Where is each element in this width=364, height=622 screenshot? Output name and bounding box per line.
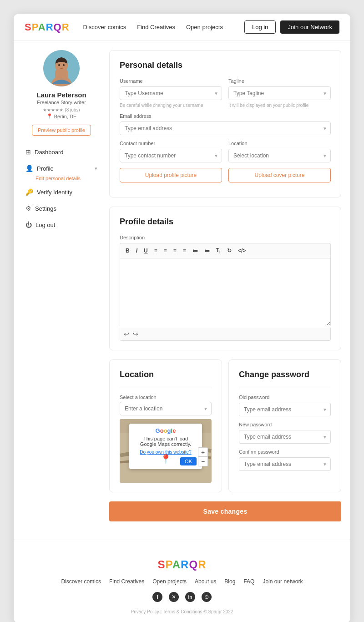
sidebar-item-settings[interactable]: ⚙ Settings: [23, 201, 100, 216]
italic-button[interactable]: I: [134, 246, 139, 255]
tagline-group: Tagline ▼ It will be displayed on your p…: [228, 78, 331, 108]
underline-button[interactable]: U: [142, 246, 150, 255]
sidebar-item-label: Verify Identity: [37, 189, 72, 196]
location-pin-icon: 📍: [46, 113, 53, 119]
old-password-input[interactable]: [239, 403, 331, 416]
footer-nav-join[interactable]: Join our network: [263, 578, 303, 585]
map-zoom-in-button[interactable]: +: [198, 448, 207, 457]
new-password-group: New password ▼: [239, 422, 331, 444]
sidebar-item-label: Profile: [37, 165, 54, 172]
align-left-button[interactable]: ≡: [152, 246, 159, 255]
tagline-hint: It will be displayed on your public prof…: [228, 103, 331, 108]
location-title: Location: [120, 370, 212, 379]
upload-profile-button[interactable]: Upload profile picture: [120, 168, 222, 182]
align-justify-button[interactable]: ≡: [181, 246, 188, 255]
email-group: Email address ▼: [120, 113, 331, 135]
location-label: Location: [228, 141, 331, 146]
tagline-label: Tagline: [228, 78, 331, 84]
undo-button[interactable]: ↩: [124, 330, 129, 338]
save-changes-button[interactable]: Save changes: [109, 501, 341, 521]
sidebar-item-label: Log out: [35, 222, 55, 228]
login-button[interactable]: Log in: [244, 20, 276, 34]
lower-section: Location Select a location ▼: [109, 359, 341, 492]
confirm-password-group: Confirm password ▼: [239, 449, 331, 471]
footer-nav-open[interactable]: Open projects: [152, 578, 187, 585]
special-char-button[interactable]: ↻: [225, 246, 233, 255]
description-label: Description: [120, 235, 331, 240]
text-size-button[interactable]: Ti: [214, 246, 222, 255]
svg-point-5: [58, 64, 60, 66]
google-logo: Google: [135, 427, 197, 434]
list-ordered-button[interactable]: ≔: [191, 246, 200, 255]
redo-button[interactable]: ↪: [133, 330, 138, 338]
footer-nav-find[interactable]: Find Creatives: [109, 578, 144, 585]
profile-details-title: Profile details: [120, 217, 331, 227]
location-group: Location ▼: [228, 141, 331, 162]
contact-input[interactable]: [120, 149, 222, 162]
join-button[interactable]: Join our Network: [280, 20, 339, 34]
avatar-image: [43, 50, 80, 86]
align-center-button[interactable]: ≡: [162, 246, 169, 255]
github-icon[interactable]: ⊙: [202, 592, 212, 602]
username-label: Username: [120, 78, 222, 84]
map-error-message: This page can't load Google Maps correct…: [135, 436, 197, 447]
svg-rect-3: [55, 70, 68, 79]
map-zoom-out-button[interactable]: −: [198, 457, 207, 466]
footer-social: f ✕ in ⊙: [152, 592, 212, 602]
logo: SPARQR: [25, 21, 70, 33]
sidebar-item-label: Settings: [35, 205, 56, 212]
site-footer: SPARQR Discover comics Find Creatives Op…: [14, 540, 350, 622]
footer-nav-discover[interactable]: Discover comics: [61, 578, 101, 585]
sidebar-item-verify[interactable]: 🔑 Verify Identity: [23, 185, 100, 199]
change-password-title: Change password: [239, 370, 331, 379]
logout-icon: ⏻: [25, 221, 32, 228]
linkedin-icon[interactable]: in: [185, 592, 195, 602]
code-button[interactable]: </>: [236, 246, 248, 255]
list-unordered-button[interactable]: ≔: [202, 246, 212, 255]
footer-nav-about[interactable]: About us: [195, 578, 216, 585]
description-textarea[interactable]: [120, 258, 331, 326]
user-role: Freelance Story writer: [37, 100, 86, 105]
main-content: Personal details Username ▼ Be careful w…: [109, 50, 341, 521]
sidebar: Laura Peterson Freelance Story writer ★★…: [23, 50, 100, 521]
contact-group: Contact number ▼: [120, 141, 222, 162]
nav-open-projects[interactable]: Open projects: [186, 24, 223, 30]
confirm-password-label: Confirm password: [239, 449, 331, 455]
email-input[interactable]: [120, 121, 331, 135]
footer-logo: SPARQR: [158, 558, 207, 571]
nav-discover-comics[interactable]: Discover comics: [83, 24, 126, 30]
twitter-icon[interactable]: ✕: [169, 592, 179, 602]
nav-find-creatives[interactable]: Find Creatives: [137, 24, 175, 30]
upload-cover-button[interactable]: Upload cover picture: [228, 168, 331, 182]
new-password-input[interactable]: [239, 430, 331, 444]
preview-profile-button[interactable]: Preview public profile: [32, 125, 91, 136]
sidebar-nav: ⊞ Dashboard 👤 Profile ▾ Edit personal de…: [23, 145, 100, 232]
map-zoom-controls: + −: [198, 447, 208, 466]
settings-icon: ⚙: [25, 205, 31, 212]
username-group: Username ▼ Be careful while changing you…: [120, 78, 222, 108]
map-ok-button[interactable]: OK: [180, 457, 197, 465]
location-input[interactable]: [228, 149, 331, 162]
tagline-input[interactable]: [228, 86, 331, 100]
confirm-password-input[interactable]: [239, 457, 331, 471]
username-input[interactable]: [120, 86, 222, 100]
sidebar-sub-edit[interactable]: Edit personal details: [23, 176, 100, 181]
new-password-label: New password: [239, 422, 331, 427]
footer-nav-blog[interactable]: Blog: [224, 578, 235, 585]
sidebar-item-logout[interactable]: ⏻ Log out: [23, 217, 100, 232]
user-name: Laura Peterson: [36, 91, 86, 99]
profile-details-card: Profile details Description B I U ≡ ≡ ≡ …: [109, 207, 341, 350]
sidebar-item-profile[interactable]: 👤 Profile ▾: [23, 161, 100, 176]
svg-point-6: [63, 64, 65, 66]
footer-nav-faq[interactable]: FAQ: [243, 578, 254, 585]
align-right-button[interactable]: ≡: [172, 246, 178, 255]
email-label: Email address: [120, 113, 331, 119]
location-search-input[interactable]: [120, 402, 212, 415]
bold-button[interactable]: B: [124, 246, 131, 255]
change-password-card: Change password Old password ▼ New passw…: [228, 359, 341, 492]
site-header: SPARQR Discover comics Find Creatives Op…: [14, 14, 350, 41]
profile-icon: 👤: [25, 165, 33, 172]
sidebar-item-dashboard[interactable]: ⊞ Dashboard: [23, 145, 100, 159]
facebook-icon[interactable]: f: [152, 592, 162, 602]
dashboard-icon: ⊞: [25, 148, 31, 156]
